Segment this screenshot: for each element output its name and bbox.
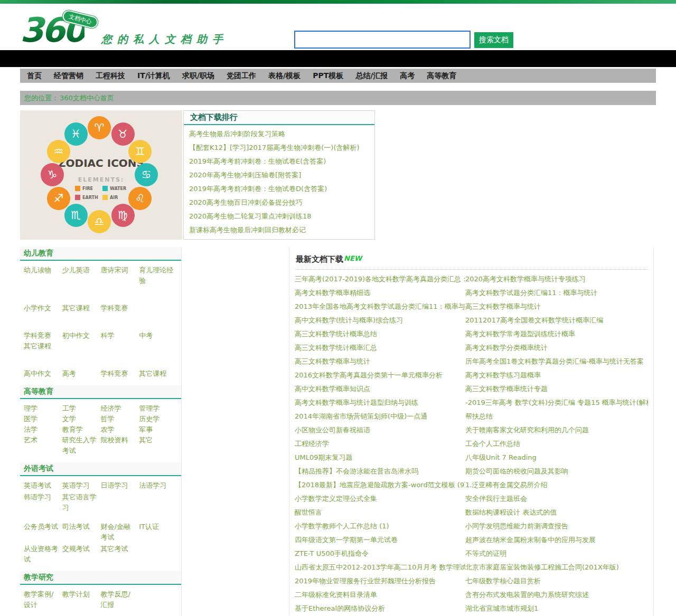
latest-doc-link-l-3[interactable]: 高中文科数学(统计与概率)综合练习 (295, 314, 465, 327)
latest-doc-link-r-18[interactable]: 小同学发明思维能力前测调查报告 (465, 519, 648, 533)
category-link[interactable]: 学科竞赛 (101, 303, 139, 314)
category-link[interactable]: 从业资格考试 (24, 544, 62, 565)
category-link[interactable]: 唐诗宋词 (101, 265, 139, 276)
nav-item-9[interactable]: 高考 (400, 71, 415, 81)
category-link[interactable]: 科学 (101, 330, 139, 341)
latest-doc-link-l-7[interactable]: 2016文科数学高考真题分类第十一单元概率分析 (295, 368, 465, 382)
nav-item-5[interactable]: 党团工作 (227, 71, 256, 81)
latest-doc-link-r-0[interactable]: 2020高考文科数学概率与统计专项练习 (465, 272, 648, 286)
search-input[interactable] (294, 31, 471, 49)
latest-doc-link-l-21[interactable]: 山西省太原五中2012-2013学年高二10月月考 数学理试题 (295, 561, 465, 574)
latest-doc-link-l-4[interactable]: 高三文科数学统计概率总结 (295, 327, 465, 341)
category-link[interactable]: 经济学 (101, 403, 139, 414)
category-link[interactable]: 公务员考试 (24, 522, 62, 532)
nav-item-7[interactable]: PPT模板 (313, 71, 343, 81)
latest-doc-link-r-1[interactable]: 高考文科数学试题分类汇编11：概率与统计 (465, 286, 648, 300)
category-link[interactable]: 历史学 (139, 414, 177, 424)
latest-doc-link-l-0[interactable]: 三年高考(2017-2019)各地文科数学高考真题分类汇总：概率 (295, 272, 465, 286)
category-link[interactable]: 工学 (62, 403, 101, 414)
latest-doc-link-l-15[interactable]: 【2018最新】地震应急避险疏散方案-word范文模板 (9页) (295, 478, 465, 492)
nav-item-0[interactable]: 首页 (27, 71, 42, 81)
latest-doc-link-r-5[interactable]: 高考文科数学分类概率统计 (465, 341, 648, 355)
latest-doc-link-l-14[interactable]: 【精品推荐】不会游泳能在普吉岛潜水吗 (295, 465, 465, 478)
latest-doc-link-l-23[interactable]: 二年级标准化资料目录清单 (295, 588, 465, 602)
ranking-item-link-5[interactable]: 2020高考生物百日冲刺必备提分技巧 (189, 198, 303, 206)
latest-doc-link-r-10[interactable]: 帮扶总结 (465, 410, 648, 423)
category-link[interactable]: 交规考试 (62, 544, 101, 554)
nav-item-4[interactable]: 求职/职场 (182, 71, 214, 81)
latest-doc-link-r-19[interactable]: 超声波在纳米金属粉末制备中的应用与发展 (465, 533, 648, 547)
category-link[interactable]: 中考 (139, 330, 177, 341)
category-link[interactable]: 初中作文 (62, 330, 101, 341)
category-link[interactable]: 幼儿读物 (24, 265, 62, 276)
latest-doc-link-r-7[interactable]: 高考文科数学练习题概率 (465, 368, 648, 382)
category-link[interactable]: 日语学习 (101, 480, 139, 491)
category-link[interactable]: 学科竞赛 (101, 368, 139, 379)
nav-item-6[interactable]: 表格/模板 (268, 71, 301, 81)
latest-doc-link-l-9[interactable]: 高考文科数学概率与统计题型归纳与训练 (295, 396, 465, 410)
latest-doc-link-r-9[interactable]: -2019三年高考 数学(文科)分类汇编 专题15 概率与统计(解析 (465, 396, 648, 410)
latest-doc-link-l-2[interactable]: 2013年全国各地高考文科数学试题分类汇编11：概率与统计 (295, 300, 465, 314)
latest-doc-link-r-8[interactable]: 高三文科数学概率统计专题 (465, 382, 648, 396)
category-link[interactable]: 其它课程 (139, 368, 177, 379)
category-link[interactable]: 英语考试 (24, 480, 62, 491)
nav-item-10[interactable]: 高等教育 (427, 71, 456, 81)
category-link[interactable]: 其它 (139, 435, 177, 446)
latest-doc-link-l-17[interactable]: 醒世恒言 (295, 506, 465, 519)
ranking-item-link-7[interactable]: 新课标高考生物最后冲刺回归教材必记 (189, 226, 306, 234)
category-link[interactable]: 英语学习 (62, 480, 101, 491)
latest-doc-link-l-18[interactable]: 小学数学教师个人工作总结 (1) (295, 519, 465, 533)
latest-doc-link-r-4[interactable]: 高考文科数学常考题型训练统计概率 (465, 327, 648, 341)
ranking-item-link-0[interactable]: 高考生物最后冲刺阶段复习策略 (189, 130, 285, 138)
breadcrumb-home-link[interactable]: 360文档中心首页 (60, 93, 114, 103)
latest-doc-link-l-16[interactable]: 小学数学定义定理公式全集 (295, 492, 465, 506)
latest-doc-link-l-13[interactable]: UML09期末复习题 (295, 451, 465, 465)
latest-doc-link-r-3[interactable]: 20112017高考全国卷文科数学统计概率汇编 (465, 314, 648, 327)
latest-doc-link-l-1[interactable]: 高考文科数学概率精细选 (295, 286, 465, 300)
category-link[interactable]: 文学 (62, 414, 101, 424)
ranking-item-link-4[interactable]: 2019年高考考前冲刺卷：生物试卷D(含答案) (189, 185, 327, 193)
category-link[interactable]: 管理学 (139, 403, 177, 414)
latest-doc-link-r-20[interactable]: 不等式的证明 (465, 547, 648, 561)
latest-doc-link-r-15[interactable]: 1.泛亚稀有金属交易所介绍 (465, 478, 648, 492)
latest-doc-link-l-8[interactable]: 高中文科数学概率知识点 (295, 382, 465, 396)
ranking-item-link-1[interactable]: 【配套K12】[学习]2017届高考生物冲刺卷(一)(含解析) (189, 144, 360, 151)
category-link[interactable]: 研究生入学考试 (62, 435, 101, 456)
category-link[interactable]: 其它课程 (62, 303, 101, 314)
search-button[interactable]: 搜索文档 (474, 32, 513, 48)
zodiac-banner-image[interactable]: ZODIAC ICONS ELEMENTS: FIREWATEREARTHAIR… (20, 110, 182, 240)
latest-doc-link-r-14[interactable]: 期货公司面临的税收问题及其影响 (465, 465, 648, 478)
latest-doc-link-r-12[interactable]: 工会个人工作总结 (465, 437, 648, 451)
category-link[interactable]: 高考 (62, 368, 101, 379)
category-link[interactable]: 其它语言学习 (62, 492, 101, 513)
category-link[interactable]: 教学案例/设计 (24, 589, 62, 610)
latest-doc-link-l-11[interactable]: 小区物业公司新春祝福语 (295, 423, 465, 437)
category-link[interactable]: 农学 (101, 424, 139, 435)
category-link[interactable]: 军事 (139, 424, 177, 435)
latest-doc-link-r-22[interactable]: 七年级数学核心题目赏析 (465, 574, 648, 588)
category-link[interactable]: 艺术 (24, 435, 62, 446)
category-link[interactable]: 韩语学习 (24, 492, 62, 503)
latest-doc-link-l-19[interactable]: 四年级语文第一学期第一单元试卷 (295, 533, 465, 547)
category-link[interactable]: 育儿理论经验 (139, 265, 177, 286)
latest-doc-link-r-16[interactable]: 安全伴我行主题班会 (465, 492, 648, 506)
category-link[interactable]: 院校资料 (101, 435, 139, 446)
latest-doc-link-r-13[interactable]: 八年级Unit 7 Reading (465, 451, 648, 465)
category-link[interactable]: 少儿英语 (62, 265, 101, 276)
latest-doc-link-r-6[interactable]: 历年高考全国1卷文科数学真题分类汇编-概率与统计无答案 (465, 355, 648, 368)
latest-doc-link-r-17[interactable]: 数据结构课程设计 表达式的值 (465, 506, 648, 519)
nav-item-2[interactable]: 工程科技 (96, 71, 125, 81)
latest-doc-link-l-20[interactable]: ZTE-T U500手机指命令 (295, 547, 465, 561)
nav-item-3[interactable]: IT/计算机 (137, 71, 170, 81)
category-link[interactable]: IT认证 (139, 522, 177, 532)
category-link[interactable]: 医学 (24, 414, 62, 424)
ranking-item-link-3[interactable]: 2020年高考生物冲刺压轴卷[附答案] (189, 171, 301, 179)
category-link[interactable]: 法学 (24, 424, 62, 435)
category-link[interactable]: 学科竞赛 (24, 330, 62, 341)
latest-doc-link-r-21[interactable]: 北京市家庭居室装饰装修工程施工合同(201X年版) (465, 561, 648, 574)
latest-doc-link-l-10[interactable]: 2014年湖南省市场营销策划师(中级)一点通 (295, 410, 465, 423)
category-link[interactable]: 其它考试 (101, 544, 139, 554)
latest-doc-link-l-12[interactable]: 工程经济学 (295, 437, 465, 451)
category-link[interactable]: 哲学 (101, 414, 139, 424)
nav-item-1[interactable]: 经管营销 (54, 71, 83, 81)
